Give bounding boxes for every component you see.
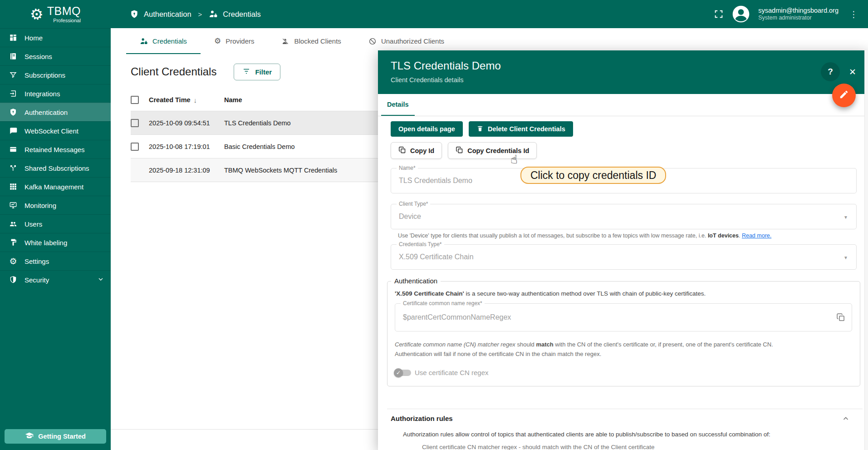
row-checkbox[interactable]	[131, 143, 139, 151]
desc-text: is a secure two-way authentication metho…	[464, 290, 706, 297]
sidebar-item-label: Users	[25, 220, 42, 228]
panel-title: TLS Credentials Demo	[391, 59, 855, 72]
select-all-checkbox[interactable]	[131, 96, 139, 104]
copy-credentials-id-label: Copy Credentials Id	[467, 147, 529, 154]
close-icon[interactable]: ✕	[849, 67, 856, 77]
sidebar-item-subscriptions[interactable]: Subscriptions	[0, 65, 111, 84]
edit-fab-button[interactable]	[832, 84, 856, 107]
panel-tab-bar: Details	[378, 94, 868, 116]
name-field-label: Name*	[397, 165, 418, 171]
copy-credentials-id-button[interactable]: Copy Credentials Id	[448, 142, 537, 159]
sidebar-item-label: Retained Messages	[25, 146, 85, 153]
authorization-rules-title: Authorization rules	[391, 415, 863, 422]
tab-label: Providers	[226, 37, 254, 45]
tab-providers[interactable]: ⚙ Providers	[201, 28, 268, 54]
cell-name: TBMQ WebSockets MQTT Credentials	[224, 167, 337, 174]
user-info[interactable]: sysadmin@thingsboard.org System administ…	[758, 6, 839, 22]
breadcrumb: Authentication > Credentials	[130, 10, 261, 19]
getting-started-button[interactable]: Getting Started	[5, 429, 106, 444]
more-menu-icon[interactable]: ⋮	[847, 9, 861, 20]
check-icon: ✓	[396, 370, 401, 376]
cell-name: TLS Credentials Demo	[224, 119, 291, 127]
details-panel: TLS Credentials Demo Client Credentials …	[378, 50, 868, 450]
sidebar-item-retained-messages[interactable]: Retained Messages	[0, 140, 111, 158]
hint-text: should	[515, 341, 536, 348]
tab-blocked-clients[interactable]: Blocked Clients	[268, 28, 354, 54]
hint-text: .	[739, 232, 742, 239]
breadcrumb-separator: >	[198, 10, 202, 18]
gear-icon: ⚙	[9, 257, 18, 266]
panel-scrollbar[interactable]	[864, 50, 868, 450]
sidebar-item-settings[interactable]: ⚙ Settings	[0, 252, 111, 270]
delete-client-credentials-button[interactable]: Delete Client Credentials	[469, 121, 573, 137]
sidebar-item-label: Kafka Management	[25, 183, 83, 191]
open-details-page-button[interactable]: Open details page	[391, 121, 463, 137]
copy-id-button[interactable]: Copy Id	[391, 142, 442, 159]
certificate-cn-regex-field[interactable]: Certificate common name regex* $parentCe…	[395, 303, 852, 331]
column-name[interactable]: Name	[224, 96, 242, 104]
credentials-type-select[interactable]: Credentials Type* X.509 Certificate Chai…	[391, 244, 857, 270]
sidebar-item-integrations[interactable]: Integrations	[0, 84, 111, 103]
sidebar-item-monitoring[interactable]: Monitoring	[0, 196, 111, 214]
hint-line2: Authentication will fail if none of the …	[395, 351, 601, 357]
breadcrumb-authentication[interactable]: Authentication	[144, 10, 191, 19]
authentication-legend: Authentication	[391, 277, 441, 285]
sidebar: Home Sessions Subscriptions Integrations…	[0, 28, 111, 450]
column-created-time[interactable]: Created Time	[149, 96, 191, 104]
sidebar-item-authentication[interactable]: Authentication	[0, 103, 111, 121]
sidebar-item-kafka-management[interactable]: Kafka Management	[0, 177, 111, 196]
authentication-description: 'X.509 Certificate Chain' is a secure tw…	[395, 290, 853, 297]
tab-details[interactable]: Details	[381, 94, 415, 116]
chevron-down-icon	[97, 276, 104, 284]
dashboard-icon	[9, 33, 18, 42]
chevron-up-icon[interactable]	[842, 415, 850, 425]
sidebar-item-users[interactable]: Users	[0, 214, 111, 233]
hint-text: Use 'Device' type for clients that usual…	[398, 232, 708, 239]
gear-icon: ⚙	[214, 37, 221, 45]
sidebar-item-sessions[interactable]: Sessions	[0, 47, 111, 65]
sidebar-item-label: Shared Subscriptions	[25, 164, 89, 172]
authorization-rules-section: Authorization rules Authorization rules …	[387, 409, 863, 450]
archive-icon	[9, 145, 18, 154]
details-panel-body: Details Open details page Delete Client …	[378, 94, 868, 450]
sidebar-item-home[interactable]: Home	[0, 28, 111, 47]
copy-id-label: Copy Id	[410, 147, 434, 154]
filter-label: Filter	[255, 68, 272, 76]
avatar[interactable]	[732, 5, 750, 23]
details-panel-header: TLS Credentials Demo Client Credentials …	[378, 50, 868, 94]
tab-credentials[interactable]: Credentials	[126, 28, 201, 54]
sidebar-item-label: WebSocket Client	[25, 127, 78, 135]
sidebar-item-security[interactable]: Security	[0, 270, 111, 289]
cell-created-time: 2025-10-08 17:19:01	[149, 143, 224, 150]
hint-italic: Certificate common name (CN) matcher reg…	[395, 341, 515, 348]
sidebar-item-label: White labeling	[25, 239, 67, 247]
mouse-cursor-icon: ☝	[510, 153, 518, 167]
filter-button[interactable]: Filter	[234, 64, 280, 80]
sort-desc-icon[interactable]: ↓	[194, 96, 197, 104]
client-type-select[interactable]: Client Type* Device ▼	[391, 204, 857, 229]
logo[interactable]: ⚙ TBMQ Professional	[0, 5, 111, 23]
cell-created-time: 2025-10-09 09:54:51	[149, 119, 224, 127]
sidebar-item-shared-subscriptions[interactable]: Shared Subscriptions	[0, 158, 111, 177]
cell-created-time: 2025-09-18 12:31:09	[149, 167, 224, 174]
client-type-label: Client Type*	[397, 201, 430, 207]
sidebar-item-white-labeling[interactable]: White labeling	[0, 233, 111, 252]
client-type-value: Device	[391, 204, 856, 229]
client-type-hint: Use 'Device' type for clients that usual…	[398, 232, 868, 239]
person-lock-icon	[209, 10, 218, 19]
certificate-cn-regex-label: Certificate common name regex*	[401, 300, 485, 307]
app-root: ⚙ TBMQ Professional Authentication > Cre…	[0, 0, 868, 450]
credentials-type-label: Credentials Type*	[397, 241, 444, 247]
row-checkbox[interactable]	[131, 119, 139, 127]
help-button[interactable]: ?	[821, 62, 840, 81]
fullscreen-icon[interactable]	[714, 9, 724, 19]
cell-name: Basic Credentials Demo	[224, 143, 295, 150]
sidebar-item-label: Integrations	[25, 90, 60, 98]
read-more-link[interactable]: Read more.	[742, 232, 771, 239]
getting-started-label: Getting Started	[38, 433, 86, 440]
credentials-type-value: X.509 Certificate Chain	[391, 245, 856, 269]
sidebar-item-label: Authentication	[25, 109, 68, 116]
toggle-switch[interactable]: ✓	[395, 370, 411, 376]
sidebar-item-websocket-client[interactable]: WebSocket Client	[0, 121, 111, 140]
copy-icon[interactable]	[836, 313, 845, 324]
